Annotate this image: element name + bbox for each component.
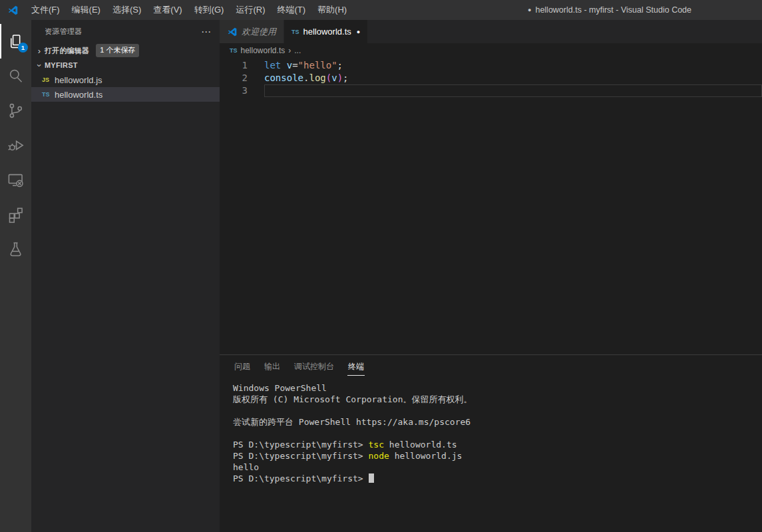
beaker-icon <box>7 240 25 258</box>
menu-go[interactable]: 转到(G) <box>188 0 230 20</box>
token: v <box>331 72 337 83</box>
code-line-1: 1 let v="hello"; <box>220 59 762 72</box>
menu-help[interactable]: 帮助(H) <box>311 0 353 20</box>
breadcrumb: TS helloworld.ts › ... <box>220 43 762 58</box>
panel-tab-debug-console[interactable]: 调试控制台 <box>293 358 335 375</box>
explorer-badge: 1 <box>18 43 28 53</box>
sidebar-header: 资源管理器 ⋯ <box>31 20 220 43</box>
token: ; <box>337 60 343 70</box>
folder-section-myfirst[interactable]: › MYFIRST <box>31 58 220 72</box>
line-number: 3 <box>220 84 248 97</box>
token: "hello" <box>298 60 337 70</box>
file-item-helloworld-ts[interactable]: TS helloworld.ts <box>31 87 220 102</box>
terminal[interactable]: Windows PowerShell 版权所有 (C) Microsoft Co… <box>220 378 762 532</box>
token: ( <box>326 72 331 83</box>
breadcrumb-separator-icon: › <box>288 46 291 55</box>
terminal-line: hello <box>233 462 762 473</box>
terminal-line: PS D:\typescript\myfirst> node helloworl… <box>233 450 762 462</box>
js-file-icon: JS <box>42 76 55 83</box>
token: v <box>287 60 292 70</box>
ts-file-icon: TS <box>42 91 55 98</box>
token: ) <box>337 72 343 83</box>
run-debug-icon <box>7 136 25 154</box>
token: console <box>264 72 303 83</box>
editor-tab-bar: 欢迎使用 TS helloworld.ts ● <box>220 20 762 43</box>
vscode-logo-icon <box>7 5 19 16</box>
token: let <box>264 60 287 70</box>
breadcrumb-file[interactable]: helloworld.ts <box>241 46 286 55</box>
search-icon <box>7 67 25 85</box>
token: log <box>309 72 325 83</box>
activitybar-run-debug[interactable] <box>0 128 31 162</box>
menu-view[interactable]: 查看(V) <box>147 0 188 20</box>
activitybar-search[interactable] <box>0 59 31 93</box>
editor-group: 欢迎使用 TS helloworld.ts ● TS helloworld.ts… <box>220 20 762 532</box>
terminal-line: 版权所有 (C) Microsoft Corporation。保留所有权利。 <box>233 394 762 405</box>
file-item-helloworld-js[interactable]: JS helloworld.js <box>31 72 220 87</box>
menu-run[interactable]: 运行(R) <box>230 0 271 20</box>
line-number: 1 <box>220 59 248 72</box>
title-bar: 文件(F) 编辑(E) 选择(S) 查看(V) 转到(G) 运行(R) 终端(T… <box>0 0 762 20</box>
chevron-right-icon: › <box>34 46 45 56</box>
terminal-line: 尝试新的跨平台 PowerShell https://aka.ms/pscore… <box>233 416 762 428</box>
breadcrumb-symbol[interactable]: ... <box>294 46 301 55</box>
unsaved-badge: 1 个未保存 <box>96 44 139 57</box>
terminal-line: PS D:\typescript\myfirst> tsc helloworld… <box>233 439 762 450</box>
source-control-icon <box>7 102 25 120</box>
panel-tab-problems[interactable]: 问题 <box>234 358 251 375</box>
terminal-line <box>233 405 762 416</box>
window-title: ●helloworld.ts - myfirst - Visual Studio… <box>528 0 691 20</box>
tab-label: 欢迎使用 <box>242 26 276 38</box>
code-line-2: 2 console.log(v); <box>220 72 762 84</box>
panel-tab-output[interactable]: 输出 <box>264 358 281 375</box>
terminal-prompt-line: PS D:\typescript\myfirst> <box>233 473 762 484</box>
token: = <box>292 60 297 70</box>
code-line-3-current: 3 <box>220 84 762 97</box>
dirty-indicator-icon[interactable]: ● <box>357 29 360 35</box>
menu-terminal[interactable]: 终端(T) <box>271 0 311 20</box>
sidebar-more-actions-icon[interactable]: ⋯ <box>201 26 212 38</box>
title-dirty-indicator: ● <box>528 7 531 13</box>
vscode-logo-icon <box>227 27 238 37</box>
activity-bar: 1 <box>0 20 31 532</box>
tab-welcome[interactable]: 欢迎使用 <box>220 20 284 43</box>
activitybar-extensions[interactable] <box>0 197 31 231</box>
file-name: helloworld.ts <box>55 90 102 100</box>
current-line-highlight <box>264 84 762 97</box>
menu-selection[interactable]: 选择(S) <box>106 0 147 20</box>
terminal-line <box>233 428 762 439</box>
panel-tab-bar: 问题 输出 调试控制台 终端 <box>220 355 762 378</box>
chevron-down-icon: › <box>35 60 45 70</box>
code-editor[interactable]: 1 let v="hello"; 2 console.log(v); 3 <box>220 58 762 354</box>
panel-tab-terminal[interactable]: 终端 <box>347 358 365 376</box>
menu-file[interactable]: 文件(F) <box>25 0 66 20</box>
activitybar-testing[interactable] <box>0 231 31 266</box>
explorer-sidebar: 资源管理器 ⋯ › 打开的编辑器 1 个未保存 › MYFIRST JS hel… <box>31 20 220 532</box>
terminal-cursor <box>369 473 374 483</box>
menu-edit[interactable]: 编辑(E) <box>66 0 106 20</box>
token: ; <box>343 72 348 83</box>
activitybar-source-control[interactable] <box>0 93 31 128</box>
ts-file-icon: TS <box>230 47 238 54</box>
activitybar-explorer[interactable]: 1 <box>0 24 31 59</box>
open-editors-section[interactable]: › 打开的编辑器 1 个未保存 <box>31 43 220 58</box>
activitybar-remote-explorer[interactable] <box>0 162 31 197</box>
line-number: 2 <box>220 72 248 84</box>
extensions-icon <box>7 205 25 223</box>
sidebar-title: 资源管理器 <box>45 27 201 37</box>
file-name: helloworld.js <box>55 75 102 85</box>
tab-helloworld-ts[interactable]: TS helloworld.ts ● <box>284 20 368 43</box>
tab-label: helloworld.ts <box>303 27 351 37</box>
terminal-line: Windows PowerShell <box>233 382 762 394</box>
remote-explorer-icon <box>7 171 25 189</box>
ts-file-icon: TS <box>291 29 299 35</box>
open-editors-label: 打开的编辑器 <box>45 46 89 56</box>
bottom-panel: 问题 输出 调试控制台 终端 Windows PowerShell 版权所有 (… <box>220 354 762 532</box>
folder-label: MYFIRST <box>45 61 78 69</box>
